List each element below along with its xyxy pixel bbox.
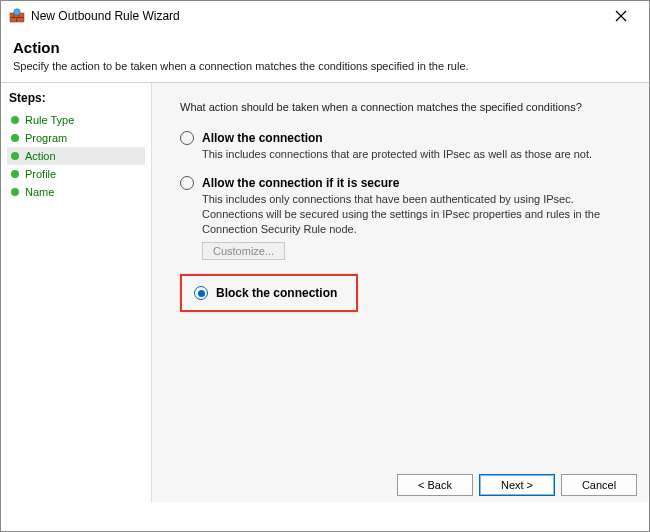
option-allow: Allow the connection This includes conne… [180,131,629,162]
radio-block[interactable] [194,286,208,300]
bullet-icon [11,188,19,196]
titlebar: New Outbound Rule Wizard [1,1,649,31]
option-allow-label: Allow the connection [202,131,323,145]
bullet-icon [11,134,19,142]
bullet-icon [11,116,19,124]
option-allow-desc: This includes connections that are prote… [202,147,602,162]
next-button[interactable]: Next > [479,474,555,496]
bullet-icon [11,170,19,178]
window-title: New Outbound Rule Wizard [31,9,180,23]
step-label: Program [25,132,67,144]
step-label: Name [25,186,54,198]
main-panel: What action should be taken when a conne… [151,83,649,502]
option-allow-secure-label: Allow the connection if it is secure [202,176,399,190]
question-text: What action should be taken when a conne… [180,101,629,113]
steps-heading: Steps: [7,91,145,105]
step-action[interactable]: Action [7,147,145,165]
bullet-icon [11,152,19,160]
header: Action Specify the action to be taken wh… [1,31,649,82]
footer-buttons: < Back Next > Cancel [397,474,637,496]
step-name[interactable]: Name [7,183,145,201]
step-rule-type[interactable]: Rule Type [7,111,145,129]
option-allow-secure: Allow the connection if it is secure Thi… [180,176,629,261]
highlight-block-option: Block the connection [180,274,358,312]
step-program[interactable]: Program [7,129,145,147]
step-label: Profile [25,168,56,180]
option-allow-secure-desc: This includes only connections that have… [202,192,602,237]
page-title: Action [13,39,637,56]
back-button[interactable]: < Back [397,474,473,496]
svg-point-5 [14,9,20,15]
step-label: Action [25,150,56,162]
firewall-icon [9,8,25,24]
customize-button: Customize... [202,242,285,260]
step-profile[interactable]: Profile [7,165,145,183]
radio-allow-secure[interactable] [180,176,194,190]
sidebar: Steps: Rule Type Program Action Profile … [1,83,151,502]
page-subtitle: Specify the action to be taken when a co… [13,60,637,72]
close-button[interactable] [601,2,641,30]
option-block-label: Block the connection [216,286,337,300]
step-label: Rule Type [25,114,74,126]
cancel-button[interactable]: Cancel [561,474,637,496]
radio-allow[interactable] [180,131,194,145]
